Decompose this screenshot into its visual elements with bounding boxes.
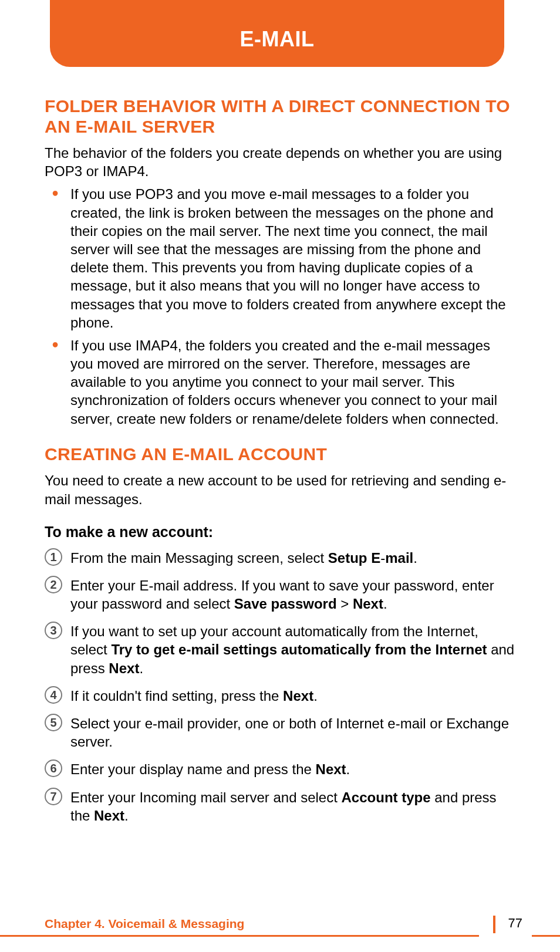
step-text: If it couldn't find setting, press the N… <box>70 688 318 704</box>
step-number-icon: 3 <box>45 622 62 639</box>
page-footer: Chapter 4. Voicemail & Messaging 77 <box>0 923 560 952</box>
step-item: 4 If it couldn't find setting, press the… <box>45 687 515 705</box>
step-number-icon: 6 <box>45 759 62 777</box>
step-text: Enter your Incoming mail server and sele… <box>70 789 497 823</box>
step-number-icon: 2 <box>45 576 62 593</box>
steps-list: 1 From the main Messaging screen, select… <box>45 549 515 825</box>
step-text: Select your e-mail provider, one or both… <box>70 715 509 750</box>
footer-page-number: 77 <box>505 916 522 931</box>
step-number-icon: 1 <box>45 548 62 566</box>
step-item: 2 Enter your E-mail address. If you want… <box>45 576 515 613</box>
step-item: 7 Enter your Incoming mail server and se… <box>45 788 515 825</box>
step-item: 3 If you want to set up your account aut… <box>45 622 515 677</box>
content-body: FOLDER BEHAVIOR WITH A DIRECT CONNECTION… <box>0 67 560 825</box>
step-text: If you want to set up your account autom… <box>70 623 514 676</box>
header-title: E-MAIL <box>240 27 315 51</box>
section2-intro: You need to create a new account to be u… <box>45 471 515 508</box>
step-text: Enter your display name and press the Ne… <box>70 761 350 777</box>
section1-intro: The behavior of the folders you create d… <box>45 144 515 180</box>
step-item: 5 Select your e-mail provider, one or bo… <box>45 714 515 751</box>
step-text: From the main Messaging screen, select S… <box>70 550 417 566</box>
page: E-MAIL FOLDER BEHAVIOR WITH A DIRECT CON… <box>0 0 560 952</box>
bullet-item: If you use IMAP4, the folders you create… <box>67 336 515 428</box>
step-number-icon: 5 <box>45 714 62 731</box>
footer-chapter-label: Chapter 4. Voicemail & Messaging <box>45 917 248 931</box>
header-tab: E-MAIL <box>50 0 504 67</box>
step-number-icon: 7 <box>45 788 62 805</box>
step-text: Enter your E-mail address. If you want t… <box>70 578 494 612</box>
step-item: 1 From the main Messaging screen, select… <box>45 549 515 567</box>
bullet-item: If you use POP3 and you move e-mail mess… <box>67 185 515 332</box>
footer-divider-icon <box>493 916 495 933</box>
section2-title: CREATING AN E-MAIL ACCOUNT <box>45 444 515 465</box>
section2-subhead: To make a new account: <box>45 524 515 541</box>
section1-title: FOLDER BEHAVIOR WITH A DIRECT CONNECTION… <box>45 96 515 137</box>
step-item: 6 Enter your display name and press the … <box>45 760 515 778</box>
step-number-icon: 4 <box>45 686 62 704</box>
footer-rule <box>0 935 560 937</box>
section1-bullets: If you use POP3 and you move e-mail mess… <box>45 185 515 427</box>
